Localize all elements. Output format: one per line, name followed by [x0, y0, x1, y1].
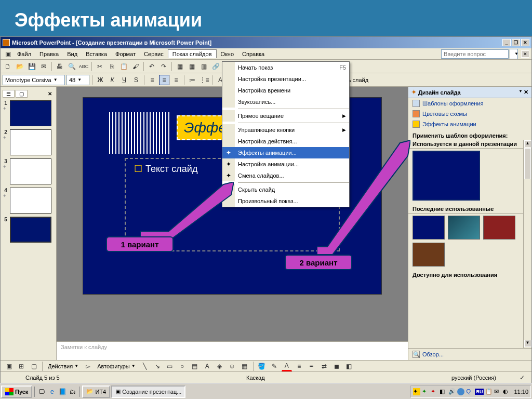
- save-icon[interactable]: 💾: [26, 61, 37, 72]
- quicklaunch-ie-icon[interactable]: e: [47, 387, 57, 396]
- language-indicator[interactable]: RU: [475, 389, 484, 395]
- textbox-icon[interactable]: ▤: [190, 361, 200, 371]
- quicklaunch-app-icon[interactable]: 🗂: [68, 387, 77, 396]
- template-thumb[interactable]: [483, 216, 515, 240]
- template-thumb[interactable]: [413, 243, 445, 267]
- taskbar-powerpoint-button[interactable]: ▣ Создание презентац...: [111, 385, 185, 398]
- menu-view[interactable]: Вид: [63, 50, 82, 58]
- hyperlink-icon[interactable]: 🔗: [210, 61, 221, 72]
- browse-link[interactable]: 🔍Обзор...: [413, 351, 527, 358]
- help-input[interactable]: [441, 49, 509, 59]
- animation-effects-link[interactable]: Эффекты анимации: [408, 119, 531, 129]
- chart-icon[interactable]: ▦: [175, 61, 185, 72]
- slide-thumb-3[interactable]: [10, 158, 51, 184]
- scroll-up-icon[interactable]: ▲: [524, 140, 531, 148]
- menu-item-настройка-презентации-[interactable]: Настройка презентации...: [222, 73, 349, 85]
- menu-file[interactable]: Файл: [13, 50, 35, 58]
- tray-icon[interactable]: Q: [466, 388, 473, 395]
- notes-pane[interactable]: Заметки к слайду: [57, 341, 408, 360]
- format-painter-icon[interactable]: 🖌: [130, 61, 141, 72]
- tray-icon[interactable]: ◐: [503, 388, 510, 395]
- font-size-combo[interactable]: 48▼: [66, 75, 89, 85]
- arrow-icon[interactable]: ↘: [152, 361, 163, 371]
- copy-icon[interactable]: ⎘: [107, 61, 117, 72]
- paste-icon[interactable]: 📋: [118, 61, 129, 72]
- task-pane-dropdown-icon[interactable]: ▼: [518, 89, 523, 96]
- font-color-icon[interactable]: A: [282, 361, 292, 371]
- templates-link[interactable]: Шаблоны оформления: [408, 98, 531, 109]
- menu-item-настройка-времени[interactable]: Настройка времени: [222, 85, 349, 96]
- dash-style-icon[interactable]: ┅: [307, 361, 317, 371]
- select-icon[interactable]: ▻: [83, 361, 93, 371]
- tables-borders-icon[interactable]: ▥: [198, 61, 209, 72]
- menu-item-прямое-вещание[interactable]: Прямое вещание▶: [222, 110, 349, 122]
- align-right-icon[interactable]: ≡: [171, 75, 181, 85]
- shadow-style-icon[interactable]: ◼: [331, 361, 342, 371]
- menu-tools[interactable]: Сервис: [140, 50, 168, 58]
- tray-icon[interactable]: ✦: [431, 388, 438, 395]
- close-button[interactable]: ✕: [521, 39, 529, 46]
- line-icon[interactable]: ╲: [140, 361, 150, 371]
- start-button[interactable]: Пуск: [1, 385, 32, 398]
- scroll-thumb[interactable]: [524, 148, 531, 179]
- menu-edit[interactable]: Правка: [35, 50, 63, 58]
- rectangle-icon[interactable]: ▭: [165, 361, 175, 371]
- line-style-icon[interactable]: ≡: [294, 361, 304, 371]
- arrow-style-icon[interactable]: ⇄: [319, 361, 329, 371]
- task-pane-close-icon[interactable]: ✕: [524, 89, 528, 96]
- bullets-icon[interactable]: ⋮≡: [199, 75, 209, 85]
- 3d-style-icon[interactable]: ◧: [344, 361, 354, 371]
- redo-icon[interactable]: ↷: [158, 61, 169, 72]
- tray-icon[interactable]: ✉: [494, 388, 501, 395]
- mdi-close-button[interactable]: ✕: [521, 50, 529, 58]
- template-thumb[interactable]: [413, 216, 445, 240]
- slide-thumb-2[interactable]: [10, 129, 51, 155]
- view-slideshow-icon[interactable]: ▢: [29, 361, 39, 371]
- menu-item-начать-показ[interactable]: Начать показF5: [222, 62, 349, 73]
- slide-thumb-4[interactable]: [10, 188, 51, 214]
- line-color-icon[interactable]: ✎: [269, 361, 280, 371]
- table-icon[interactable]: ▦: [187, 61, 197, 72]
- view-sorter-icon[interactable]: ⊞: [16, 361, 26, 371]
- mail-icon[interactable]: ✉: [38, 61, 49, 72]
- fill-color-icon[interactable]: 🪣: [257, 361, 267, 371]
- outline-tab[interactable]: ☰: [3, 90, 15, 98]
- minimize-button[interactable]: _: [502, 39, 511, 46]
- menu-item-звукозапись-[interactable]: Звукозапись...: [222, 96, 349, 108]
- menu-format[interactable]: Формат: [111, 50, 140, 58]
- menu-window[interactable]: Окно: [217, 50, 238, 58]
- oval-icon[interactable]: ○: [177, 361, 188, 371]
- template-thumb[interactable]: [448, 216, 480, 240]
- restore-button[interactable]: ❐: [512, 39, 520, 46]
- tray-icon[interactable]: ✦: [422, 388, 429, 395]
- slide-thumb-1[interactable]: [10, 100, 51, 126]
- view-normal-icon[interactable]: ▣: [4, 361, 14, 371]
- preview-icon[interactable]: 🔍: [66, 61, 77, 72]
- menu-item-управляющие-кнопки[interactable]: Управляющие кнопки▶: [222, 124, 349, 136]
- align-left-icon[interactable]: ≡: [147, 75, 157, 85]
- template-current[interactable]: [413, 151, 480, 201]
- tray-icon[interactable]: 📋: [485, 388, 493, 395]
- underline-icon[interactable]: Ч: [119, 75, 129, 85]
- numbering-icon[interactable]: ≔: [187, 75, 197, 85]
- menu-insert[interactable]: Вставка: [82, 50, 111, 58]
- menu-slideshow[interactable]: Показ слайдов: [168, 49, 217, 58]
- tray-icon[interactable]: ✦: [413, 388, 420, 395]
- task-pane-scrollbar[interactable]: ▲ ▼: [523, 140, 531, 348]
- autoshapes-menu[interactable]: Автофигуры ▼: [95, 362, 138, 370]
- picture-icon[interactable]: ▦: [240, 361, 250, 371]
- diagram-icon[interactable]: ◈: [215, 361, 225, 371]
- app-menu-icon[interactable]: ▣: [3, 49, 13, 59]
- tray-icon[interactable]: ◧: [440, 388, 447, 395]
- wordart-icon[interactable]: A: [202, 361, 212, 371]
- quicklaunch-app-icon[interactable]: 📘: [58, 387, 67, 396]
- undo-icon[interactable]: ↶: [147, 61, 157, 72]
- scroll-down-icon[interactable]: ▼: [524, 340, 531, 347]
- open-icon[interactable]: 📂: [15, 61, 25, 72]
- quicklaunch-desktop-icon[interactable]: 🖵: [37, 387, 46, 396]
- help-dropdown[interactable]: ▼: [510, 49, 518, 59]
- menu-help[interactable]: Справка: [238, 50, 269, 58]
- align-center-icon[interactable]: ≡: [159, 75, 169, 85]
- italic-icon[interactable]: К: [107, 75, 117, 85]
- new-icon[interactable]: 🗋: [3, 61, 13, 72]
